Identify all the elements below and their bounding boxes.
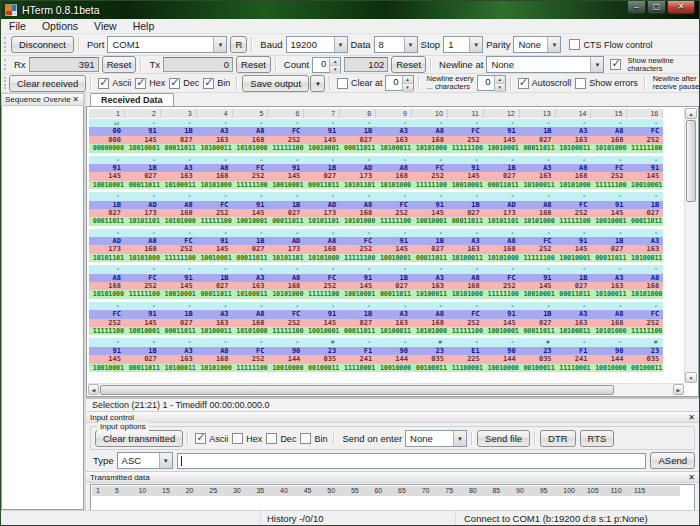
byte-cell[interactable]: ▫ — [197, 302, 233, 310]
byte-cell[interactable]: ▫ — [197, 156, 233, 164]
byte-cell[interactable]: # — [412, 338, 448, 346]
byte-cell[interactable]: 10100011 — [161, 181, 197, 189]
byte-cell[interactable]: 11110001 — [340, 364, 376, 372]
byte-cell[interactable]: FC — [520, 237, 556, 245]
byte-cell[interactable]: 027 — [556, 282, 592, 290]
byte-cell[interactable]: A8 — [268, 274, 304, 282]
stop-bits-combobox[interactable]: 1 ▼ — [443, 36, 483, 53]
byte-cell[interactable]: 12 — [484, 109, 520, 118]
byte-cell[interactable]: ▫ — [484, 156, 520, 164]
baud-combobox[interactable]: 19200 ▼ — [286, 36, 348, 53]
byte-cell[interactable]: 6 — [268, 109, 304, 118]
byte-cell[interactable]: 10100011 — [233, 290, 269, 298]
byte-cell[interactable]: 168 — [484, 245, 520, 253]
byte-cell[interactable]: 00011011 — [484, 181, 520, 189]
byte-cell[interactable]: 168 — [556, 172, 592, 180]
byte-cell[interactable]: 10010001 — [304, 327, 340, 335]
byte-cell[interactable]: ▫ — [233, 192, 269, 200]
byte-cell[interactable]: 00000000 — [89, 144, 125, 152]
byte-cell[interactable]: # — [304, 338, 340, 346]
byte-cell[interactable]: 11111100 — [304, 290, 340, 298]
byte-cell[interactable]: 168 — [591, 319, 627, 327]
byte-cell[interactable]: ▫ — [484, 265, 520, 273]
byte-cell[interactable]: 027 — [520, 136, 556, 144]
chevron-down-icon[interactable]: ▼ — [213, 37, 226, 52]
byte-cell[interactable]: 168 — [627, 282, 663, 290]
byte-cell[interactable]: 23 — [627, 347, 663, 355]
byte-cell[interactable]: 027 — [340, 136, 376, 144]
byte-cell[interactable]: ▫ — [161, 192, 197, 200]
byte-cell[interactable]: 035 — [627, 355, 663, 363]
view-ascii-checkbox[interactable]: Ascii — [98, 78, 131, 89]
byte-cell[interactable]: A8 — [448, 274, 484, 282]
byte-cell[interactable]: ▫ — [89, 302, 125, 310]
byte-cell[interactable]: A8 — [412, 310, 448, 318]
byte-cell[interactable]: FC — [233, 164, 269, 172]
byte-cell[interactable]: FC — [376, 201, 412, 209]
count-spinner[interactable]: 0 ▲▼ — [312, 57, 341, 73]
byte-cell[interactable]: ▫ — [448, 156, 484, 164]
byte-cell[interactable]: 035 — [412, 355, 448, 363]
byte-cell[interactable]: 027 — [161, 136, 197, 144]
byte-cell[interactable]: 00011011 — [556, 290, 592, 298]
byte-cell[interactable]: ▫ — [556, 338, 592, 346]
byte-cell[interactable]: 00100011 — [520, 364, 556, 372]
byte-cell[interactable]: 252 — [233, 172, 269, 180]
byte-cell[interactable]: 10101000 — [233, 327, 269, 335]
byte-cell[interactable]: ▫ — [627, 265, 663, 273]
byte-cell[interactable]: 11111100 — [233, 364, 269, 372]
byte-cell[interactable]: ▫ — [412, 302, 448, 310]
vertical-scrollbar[interactable]: ▲ ▼ — [684, 108, 697, 383]
byte-cell[interactable]: 23 — [412, 347, 448, 355]
byte-cell[interactable]: 11111100 — [197, 217, 233, 225]
byte-cell[interactable]: 91 — [520, 274, 556, 282]
byte-cell[interactable]: ▫ — [556, 119, 592, 127]
byte-cell[interactable]: 1B — [627, 201, 663, 209]
byte-cell[interactable]: 000 — [89, 136, 125, 144]
byte-cell[interactable]: 11111100 — [233, 181, 269, 189]
byte-cell[interactable]: 23 — [520, 347, 556, 355]
chevron-down-icon[interactable]: ▼ — [159, 453, 172, 468]
byte-cell[interactable]: 9 — [376, 109, 412, 118]
disconnect-button[interactable]: Disconnect — [11, 36, 74, 53]
byte-cell[interactable]: FC — [340, 237, 376, 245]
byte-cell[interactable]: A3 — [197, 127, 233, 135]
tab-received-data[interactable]: Received Data — [90, 93, 174, 106]
byte-cell[interactable]: 027 — [125, 355, 161, 363]
byte-cell[interactable]: 035 — [304, 355, 340, 363]
byte-cell[interactable]: 10101101 — [89, 254, 125, 262]
byte-cell[interactable]: A3 — [376, 127, 412, 135]
byte-cell[interactable]: 11111100 — [89, 327, 125, 335]
byte-cell[interactable]: 252 — [448, 319, 484, 327]
byte-cell[interactable]: 00011011 — [89, 217, 125, 225]
byte-cell[interactable]: # — [520, 338, 556, 346]
byte-cell[interactable]: 252 — [376, 209, 412, 217]
chevron-down-icon[interactable]: ▼ — [469, 37, 482, 52]
byte-cell[interactable]: A8 — [197, 347, 233, 355]
byte-cell[interactable]: E1 — [448, 347, 484, 355]
byte-cell[interactable]: 144 — [376, 355, 412, 363]
byte-cell[interactable]: 91 — [412, 201, 448, 209]
byte-cell[interactable]: ▫ — [233, 338, 269, 346]
input-ascii-checkbox[interactable]: Ascii — [195, 433, 228, 444]
byte-cell[interactable]: 145 — [304, 136, 340, 144]
byte-cell[interactable]: ▫ — [268, 229, 304, 237]
byte-cell[interactable]: 163 — [556, 136, 592, 144]
byte-cell[interactable]: ▫ — [197, 192, 233, 200]
byte-cell[interactable]: 91 — [89, 347, 125, 355]
byte-cell[interactable]: 10100011 — [556, 327, 592, 335]
byte-cell[interactable]: ▫ — [627, 192, 663, 200]
received-data-view[interactable]: 12345678910111213141516ω▫▫▫▫▫▫▫▫▫▫▫▫▫▫▫0… — [86, 107, 699, 397]
byte-cell[interactable]: ▫ — [520, 265, 556, 273]
byte-cell[interactable]: 241 — [340, 355, 376, 363]
byte-cell[interactable]: A8 — [89, 274, 125, 282]
dtr-button[interactable]: DTR — [540, 430, 576, 447]
byte-cell[interactable]: 168 — [161, 209, 197, 217]
chevron-down-icon[interactable]: ▼ — [453, 431, 466, 446]
byte-cell[interactable]: 00011011 — [448, 217, 484, 225]
byte-cell[interactable]: 10100011 — [161, 364, 197, 372]
byte-cell[interactable]: 168 — [268, 282, 304, 290]
byte-cell[interactable]: FC — [556, 201, 592, 209]
chevron-down-icon[interactable]: ▼ — [334, 37, 347, 52]
byte-cell[interactable]: ▫ — [268, 338, 304, 346]
